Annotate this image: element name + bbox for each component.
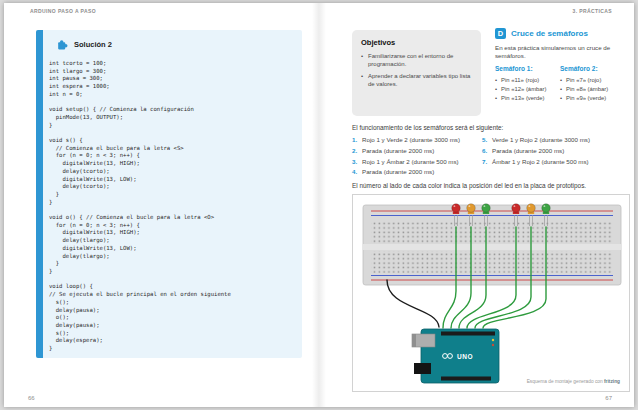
step-number: 5. [482,136,492,143]
step-item: 2. Parada (durante 2000 ms) [352,147,482,154]
semaforo-1-item: Pin «11» (rojo) [495,76,557,85]
semaforo-2-list: Pin «7» (rojo) Pin «8» (ámbar) Pin «9» (… [560,76,632,103]
solution-code-box: Solución 2 int tcorto = 100; int tlargo … [36,30,302,358]
running-header-left: ARDUINO PASO A PASO [30,8,96,14]
step-item: 7. Ámbar 1 y Rojo 2 (durante 500 ms) [482,158,630,165]
arduino-board-icon: UNO [412,329,499,383]
step-item: 5. Verde 1 y Rojo 2 (durante 3000 ms) [482,136,630,143]
solution-title: Solución 2 [74,40,112,49]
step-number: 2. [352,147,362,154]
semaforo-2-item: Pin «8» (ámbar) [560,85,632,94]
book-spread: { "header": { "left": "ARDUINO PASO A PA… [0,0,638,410]
step-item: 4. Parada (durante 2000 ms) [352,168,482,175]
page-fold [312,3,326,407]
steps-intro: El funcionamiento de los semáforos será … [352,124,630,131]
objectives-title: Objetivos [361,38,472,47]
step-item: 6. Parada (durante 2000 ms) [482,147,630,154]
step-item: 3. Rojo 1 y Ámbar 2 (durante 500 ms) [352,158,482,165]
semaforo-1-title: Semáforo 1: [495,65,557,72]
semaforo-1-list: Pin «11» (rojo) Pin «12» (ámbar) Pin «13… [495,76,557,103]
semaforo-2-item: Pin «7» (rojo) [560,76,632,85]
step-text: Rojo 1 y Ámbar 2 (durante 500 ms) [362,158,459,165]
step-text: Parada (durante 2000 ms) [362,147,434,154]
objectives-item: Familiarizarse con el entorno de program… [361,52,472,68]
semaforo-2-title: Semáforo 2: [560,65,632,72]
semaforo-1-column: Semáforo 1: Pin «11» (rojo) Pin «12» (ám… [495,65,557,103]
ground-wire-icon [387,280,439,327]
puzzle-icon [56,38,69,51]
solution-code: int tcorto = 100; int tlargo = 300; int … [49,60,296,354]
running-header-right: 3. PRÁCTICAS [572,8,612,14]
figure-caption: Esquema de montaje generado con fritzing [527,379,620,384]
accent-bar [36,30,43,358]
step-text: Rojo 1 y Verde 2 (durante 3000 ms) [362,136,460,143]
breadboard-icon [363,205,621,285]
section-letter-badge: D [495,28,506,39]
step-number: 4. [352,168,362,175]
step-text: Ámbar 1 y Rojo 2 (durante 500 ms) [492,158,589,165]
semaforo-2-item: Pin «9» (verde) [560,94,632,103]
breadboard-arduino-diagram: UNO [353,195,629,391]
step-text: Parada (durante 2000 ms) [492,147,564,154]
steps-column-1: 1. Rojo 1 y Verde 2 (durante 3000 ms) 2.… [352,136,482,179]
step-number: 1. [352,136,362,143]
objectives-list: Familiarizarse con el entorno de program… [361,52,472,88]
step-text: Verde 1 y Rojo 2 (durante 3000 ms) [492,136,590,143]
usb-connector-icon [412,334,416,347]
semaforo-1-item: Pin «13» (verde) [495,94,557,103]
page-number-right: 67 [605,395,612,401]
figure-caption-text: Esquema de montaje generado con [527,379,604,384]
step-item: 1. Rojo 1 y Verde 2 (durante 3000 ms) [352,136,482,143]
fritzing-brand: fritzing [604,379,620,384]
page-number-left: 66 [28,395,35,401]
solution-title-row: Solución 2 [56,38,112,51]
step-number: 3. [352,158,362,165]
montage-figure: UNO Esquema de montaje generado con frit… [352,194,630,392]
objectives-box: Objetivos Familiarizarse con el entorno … [352,30,481,116]
objectives-item: Aprender a declarar variables tipo lista… [361,72,472,88]
steps-list: 1. Rojo 1 y Verde 2 (durante 3000 ms) 2.… [352,136,630,179]
board-led-icon [492,344,494,346]
steps-column-2: 5. Verde 1 y Rojo 2 (durante 3000 ms) 6.… [482,136,630,179]
step-text: Parada (durante 2000 ms) [362,168,434,175]
step-number: 6. [482,147,492,154]
semaforo-1-item: Pin «12» (ámbar) [495,85,557,94]
pin-header-icon [441,377,491,381]
section-header: D Cruce de semáforos [495,28,631,39]
board-label: UNO [457,353,473,360]
step-number: 7. [482,158,492,165]
power-jack-icon [414,363,431,374]
section-intro: En esta práctica simularemos un cruce de… [495,44,627,60]
figure-note: El número al lado de cada color indica l… [352,182,630,189]
pin-header-icon [441,332,495,336]
section-title: Cruce de semáforos [511,28,588,39]
board-led-icon [492,339,494,341]
semaforo-2-column: Semáforo 2: Pin «7» (rojo) Pin «8» (ámba… [560,65,632,103]
